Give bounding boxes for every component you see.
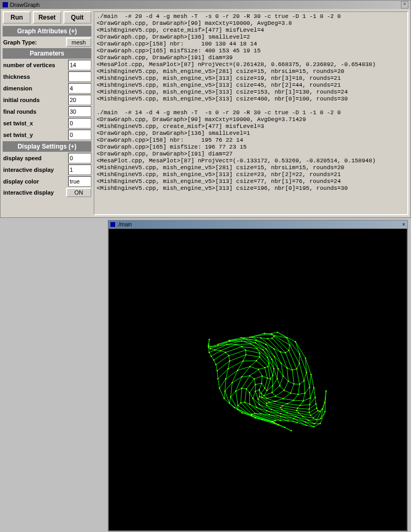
svg-point-103 [272,392,273,393]
svg-point-122 [259,404,260,406]
final-rounds-input[interactable] [68,106,91,117]
display-row-color: display color [3,176,91,187]
svg-point-37 [231,382,233,383]
svg-point-145 [293,400,294,401]
svg-point-180 [320,418,322,419]
graph-type-button[interactable]: mesh [66,38,91,47]
svg-point-73 [271,359,273,360]
interactive-display-input[interactable] [68,164,91,175]
svg-point-123 [266,410,268,412]
svg-point-91 [264,388,266,389]
svg-point-60 [267,356,268,358]
num-vertices-input[interactable] [68,60,91,70]
dimension-input[interactable] [68,83,91,94]
svg-point-17 [220,350,221,352]
svg-point-40 [255,417,256,419]
toolbar: Run Reset Quit [3,11,91,24]
svg-point-59 [263,349,264,351]
param-row-twist-y: set twist_y [3,130,91,140]
svg-point-85 [265,344,267,345]
param-row-thickness: thickness [3,71,91,82]
twist-x-input[interactable] [68,118,91,129]
svg-point-77 [267,378,268,379]
svg-point-163 [298,412,300,414]
svg-point-139 [305,425,307,426]
svg-point-146 [287,403,288,405]
svg-point-153 [313,426,315,428]
svg-point-169 [286,337,288,339]
svg-point-178 [313,417,314,419]
svg-point-90 [266,390,268,391]
svg-point-195 [325,390,327,392]
svg-point-152 [305,421,306,423]
svg-point-182 [249,336,251,338]
svg-point-150 [287,412,288,414]
viz-canvas[interactable] [108,228,407,531]
display-speed-input[interactable] [68,153,91,163]
section-graph-attributes[interactable]: Graph Attributes (+) [3,26,91,36]
close-icon[interactable]: × [401,1,408,8]
param-label: final rounds [3,107,68,116]
svg-point-149 [282,409,283,411]
param-row-final-rounds: final rounds [3,106,91,117]
svg-point-67 [240,402,242,403]
svg-point-156 [298,363,300,364]
svg-point-121 [257,398,259,400]
display-row-interactive: interactive display [3,164,91,175]
svg-point-128 [292,369,293,371]
svg-point-130 [290,392,292,394]
section-display-settings[interactable]: Display Settings (+) [3,141,91,152]
svg-point-129 [293,383,295,385]
svg-point-106 [258,389,260,391]
svg-point-54 [251,415,253,417]
quit-button[interactable]: Quit [63,11,91,24]
svg-point-183 [277,332,278,333]
close-icon[interactable]: × [402,222,405,227]
reset-button[interactable]: Reset [33,11,61,24]
svg-point-86 [274,356,275,357]
display-color-input[interactable] [68,176,91,187]
viz-window: ./main × [108,220,408,531]
svg-point-170 [299,353,301,355]
svg-point-10 [233,407,235,409]
param-label: number of vertices [3,61,68,69]
svg-point-107 [255,391,256,392]
svg-point-125 [296,422,298,424]
svg-point-104 [263,395,265,397]
svg-point-192 [319,410,321,412]
svg-point-143 [299,383,301,385]
viz-titlebar[interactable]: ./main × [108,221,407,228]
svg-point-147 [282,405,283,407]
titlebar[interactable]: DrawGraph × [1,1,410,9]
svg-point-36 [237,370,239,371]
svg-point-111 [287,420,289,422]
svg-point-55 [274,422,275,424]
svg-point-137 [280,413,282,415]
svg-point-63 [264,367,266,369]
svg-point-75 [272,375,274,377]
param-label: initial rounds [3,96,68,104]
svg-point-50 [249,366,251,368]
svg-point-120 [259,396,260,398]
svg-point-31 [235,344,236,345]
main-window: DrawGraph × Run Reset Quit Graph Attribu… [0,0,411,218]
svg-point-188 [314,397,316,398]
app-icon [110,222,115,227]
svg-point-57 [243,338,245,340]
param-label: interactive display [3,188,66,197]
svg-point-81 [244,402,246,403]
svg-point-2 [209,352,210,353]
svg-point-61 [268,363,270,364]
run-button[interactable]: Run [3,11,31,24]
svg-point-184 [295,341,296,343]
interactive-toggle-button[interactable]: ON [66,188,91,197]
svg-point-138 [293,418,295,419]
initial-rounds-input[interactable] [68,95,91,105]
svg-point-3 [211,355,212,357]
thickness-input[interactable] [68,71,91,82]
twist-y-input[interactable] [68,130,91,140]
svg-point-19 [228,355,230,356]
svg-point-132 [274,401,276,402]
svg-point-162 [296,410,297,411]
svg-point-190 [316,408,317,409]
